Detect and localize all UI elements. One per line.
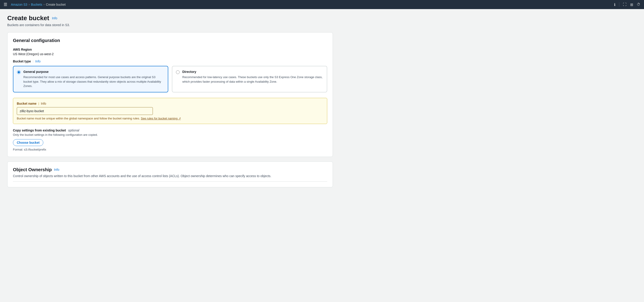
general-purpose-radio-input[interactable] [17, 70, 21, 74]
breadcrumb: Amazon S3 › Buckets › Create bucket [11, 3, 66, 6]
general-purpose-card-desc: Recommended for most use cases and acces… [23, 75, 164, 88]
export-nav-icon[interactable]: ⊞ [630, 3, 633, 7]
bucket-type-label: Bucket type [13, 60, 31, 63]
bucket-name-label-row: Bucket name | Info [17, 102, 323, 105]
aws-region-field: AWS Region US West (Oregon) us-west-2 [13, 48, 327, 56]
object-ownership-info-link[interactable]: Info [54, 168, 59, 172]
object-ownership-section: Object Ownership Info Control ownership … [7, 162, 333, 187]
format-hint: Format: s3://bucket/prefix [13, 148, 327, 151]
main-content: Create bucket Info Buckets are container… [0, 9, 340, 193]
general-configuration-title: General configuration [13, 38, 327, 43]
directory-radio-card[interactable]: Directory Recommended for low-latency us… [172, 66, 327, 92]
aws-region-label: AWS Region [13, 48, 327, 51]
directory-card-desc: Recommended for low-latency use cases. T… [182, 75, 323, 84]
bucket-name-hint: Bucket name must be unique within the gl… [17, 117, 323, 120]
page-title-row: Create bucket Info [7, 15, 333, 22]
screen-nav-icon[interactable]: ⛶ [623, 3, 626, 7]
page-header: Create bucket Info Buckets are container… [7, 15, 333, 27]
copy-settings-section: Copy settings from existing bucket optio… [13, 128, 327, 151]
copy-settings-description: Only the bucket settings in the followin… [13, 133, 327, 136]
info-nav-icon[interactable]: ℹ [614, 3, 616, 7]
breadcrumb-amazon-s3-link[interactable]: Amazon S3 [11, 3, 27, 6]
clock-nav-icon[interactable]: ⏱ [637, 3, 640, 7]
bucket-name-info-link[interactable]: Info [41, 102, 46, 105]
bucket-name-input[interactable] [17, 107, 153, 115]
bucket-type-divider: | [33, 60, 33, 63]
breadcrumb-buckets-link[interactable]: Buckets [31, 3, 42, 6]
copy-settings-optional-label: optional [68, 128, 79, 132]
nav-icons-group: ℹ ⛶ ⊞ ⏱ [614, 2, 640, 7]
bucket-naming-rules-link[interactable]: See rules for bucket naming ↗ [141, 117, 181, 120]
directory-card-content: Directory Recommended for low-latency us… [182, 70, 323, 84]
breadcrumb-current-page: Create bucket [46, 3, 66, 6]
bucket-type-field: Bucket type | Info General purpose Recom… [13, 60, 327, 92]
directory-radio-input[interactable] [176, 70, 180, 74]
breadcrumb-separator-2: › [44, 3, 44, 6]
object-ownership-title-row: Object Ownership Info [13, 167, 327, 172]
page-subtitle: Buckets are containers for data stored i… [7, 23, 333, 27]
directory-card-title: Directory [182, 70, 323, 74]
choose-bucket-button[interactable]: Choose bucket [13, 139, 43, 146]
copy-settings-title-row: Copy settings from existing bucket optio… [13, 128, 327, 132]
top-navigation: ☰ Amazon S3 › Buckets › Create bucket ℹ … [0, 0, 644, 9]
bucket-type-radio-cards: General purpose Recommended for most use… [13, 66, 327, 92]
copy-settings-title-text: Copy settings from existing bucket [13, 128, 66, 132]
nav-divider-1 [619, 2, 619, 7]
general-purpose-card-title: General purpose [23, 70, 164, 74]
bucket-type-info-link[interactable]: Info [35, 60, 40, 63]
bucket-name-section: Bucket name | Info Bucket name must be u… [13, 98, 327, 124]
general-configuration-section: General configuration AWS Region US West… [7, 32, 333, 157]
bucket-name-label: Bucket name [17, 102, 36, 105]
breadcrumb-separator-1: › [28, 3, 30, 6]
general-purpose-card-content: General purpose Recommended for most use… [23, 70, 164, 88]
aws-region-value: US West (Oregon) us-west-2 [13, 52, 327, 56]
general-purpose-radio-card[interactable]: General purpose Recommended for most use… [13, 66, 168, 92]
hamburger-menu-icon[interactable]: ☰ [4, 2, 7, 7]
external-link-icon: ↗ [178, 117, 181, 120]
object-ownership-description: Control ownership of objects written to … [13, 174, 327, 178]
bucket-name-hint-text: Bucket name must be unique within the gl… [17, 117, 140, 120]
page-info-link[interactable]: Info [52, 16, 57, 20]
object-ownership-title: Object Ownership [13, 167, 52, 172]
bucket-type-label-row: Bucket type | Info [13, 60, 327, 63]
bucket-name-divider: | [38, 102, 39, 105]
page-title: Create bucket [7, 15, 49, 22]
